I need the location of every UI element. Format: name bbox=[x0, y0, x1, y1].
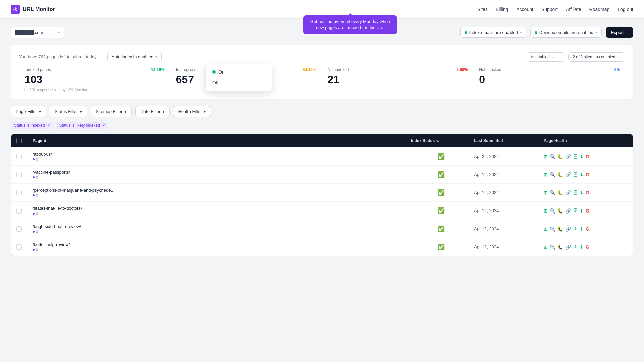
row-url[interactable]: /perceptions-of-marijuana-and-psychede..… bbox=[33, 188, 408, 193]
row-checkbox[interactable] bbox=[16, 244, 22, 250]
health-bug-icon[interactable]: 🐛 bbox=[557, 208, 563, 214]
health-link-icon[interactable]: 🔗 bbox=[565, 208, 571, 214]
health-download-icon[interactable]: ⬇ bbox=[580, 226, 584, 232]
date-filter-btn[interactable]: Date Filter ▾ bbox=[135, 106, 170, 117]
deindex-email-label: Deindex emails are enabled bbox=[539, 30, 593, 35]
col-last-submitted[interactable]: Last Submitted ↓ bbox=[474, 138, 541, 143]
main-content: ██████.com ▾ Index emails are enabled ▾ … bbox=[0, 19, 644, 264]
date-filter-chevron: ▾ bbox=[162, 109, 165, 114]
health-download-icon[interactable]: ⬇ bbox=[580, 190, 584, 195]
stat-notchecked-value: 0 bbox=[479, 73, 620, 86]
row-checkbox-cell bbox=[16, 172, 30, 177]
health-link-icon[interactable]: 🔗 bbox=[565, 154, 571, 159]
row-index-status: ✅ bbox=[411, 225, 471, 233]
health-google-icon[interactable]: G bbox=[586, 226, 589, 232]
chip-sitemaps[interactable]: 2 of 2 sitemaps enabled → bbox=[568, 52, 625, 62]
site-selector[interactable]: ██████.com ▾ bbox=[11, 27, 64, 38]
health-download-icon[interactable]: ⬇ bbox=[580, 208, 584, 214]
table-body: /about-us/ 0 ✅ Apr 22, 2024 ⊞ 🔍 🐛 🔗 🗄 ⬇ … bbox=[11, 147, 633, 256]
export-button[interactable]: Export ↑ bbox=[606, 27, 633, 38]
health-stack-icon[interactable]: 🗄 bbox=[573, 226, 578, 232]
health-stack-icon[interactable]: 🗄 bbox=[573, 154, 578, 159]
dropdown-off-item[interactable]: Off bbox=[208, 77, 269, 88]
row-url[interactable]: /about-us/ bbox=[33, 152, 408, 157]
health-link-icon[interactable]: 🔗 bbox=[565, 172, 571, 177]
col-page[interactable]: Page ⇅ bbox=[33, 138, 408, 143]
col-page-health[interactable]: Page Health bbox=[544, 138, 628, 143]
health-download-icon[interactable]: ⬇ bbox=[580, 154, 584, 159]
health-stack-icon[interactable]: 🗄 bbox=[573, 244, 578, 250]
health-filter-btn[interactable]: Health Filter ▾ bbox=[173, 106, 211, 117]
deindex-email-btn[interactable]: Deindex emails are enabled ▾ bbox=[530, 27, 602, 38]
row-sub: 0 bbox=[33, 193, 408, 197]
table-row: /about-us/ 0 ✅ Apr 22, 2024 ⊞ 🔍 🐛 🔗 🗄 ⬇ … bbox=[11, 147, 633, 166]
site-selector-chevron: ▾ bbox=[58, 30, 60, 35]
health-sitemap-icon[interactable]: ⊞ bbox=[544, 226, 548, 232]
row-sub-count: 0 bbox=[36, 193, 38, 197]
health-google-icon[interactable]: G bbox=[586, 154, 589, 159]
health-bug-icon[interactable]: 🐛 bbox=[557, 172, 563, 177]
health-download-icon[interactable]: ⬇ bbox=[580, 172, 584, 177]
sitemap-filter-btn[interactable]: Sitemap Filter ▾ bbox=[91, 106, 132, 117]
row-checkbox[interactable] bbox=[16, 190, 22, 195]
health-google-icon[interactable]: G bbox=[586, 190, 589, 195]
table-row: /brightside-health-review/ 0 ✅ Apr 12, 2… bbox=[11, 220, 633, 238]
nav-roadmap[interactable]: Roadmap bbox=[589, 7, 610, 12]
nav-account[interactable]: Account bbox=[516, 7, 533, 12]
health-link-icon[interactable]: 🔗 bbox=[565, 226, 571, 232]
health-sitemap-icon[interactable]: ⊞ bbox=[544, 154, 548, 159]
index-email-btn[interactable]: Index emails are enabled ▾ bbox=[460, 27, 526, 38]
health-search-icon[interactable]: 🔍 bbox=[550, 226, 555, 232]
health-download-icon[interactable]: ⬇ bbox=[580, 244, 584, 250]
health-sitemap-icon[interactable]: ⊞ bbox=[544, 172, 548, 177]
row-checkbox[interactable] bbox=[16, 172, 22, 177]
nav-sites[interactable]: Sites bbox=[477, 7, 488, 12]
health-search-icon[interactable]: 🔍 bbox=[550, 244, 555, 250]
row-url[interactable]: /states-that-lie-to-doctors/ bbox=[33, 206, 408, 211]
health-bug-icon[interactable]: 🐛 bbox=[557, 226, 563, 232]
nav-affiliate[interactable]: Affiliate bbox=[566, 7, 581, 12]
row-url[interactable]: /better-help-review/ bbox=[33, 242, 408, 247]
health-sitemap-icon[interactable]: ⊞ bbox=[544, 208, 548, 214]
row-checkbox[interactable] bbox=[16, 208, 22, 214]
nav-support[interactable]: Support bbox=[541, 7, 558, 12]
health-bug-icon[interactable]: 🐛 bbox=[557, 244, 563, 250]
active-filter-0-remove[interactable]: × bbox=[47, 123, 50, 128]
health-sitemap-icon[interactable]: ⊞ bbox=[544, 190, 548, 195]
health-search-icon[interactable]: 🔍 bbox=[550, 172, 555, 177]
dropdown-on-item[interactable]: On bbox=[208, 67, 269, 77]
health-search-icon[interactable]: 🔍 bbox=[550, 154, 555, 159]
health-bug-icon[interactable]: 🐛 bbox=[557, 190, 563, 195]
status-filter-chevron: ▾ bbox=[80, 109, 82, 114]
stat-indexed-label: Indexed pages 13.19% bbox=[24, 67, 165, 72]
page-filter-btn[interactable]: Page Filter ▾ bbox=[11, 106, 46, 117]
row-url[interactable]: /brightside-health-review/ bbox=[33, 224, 408, 229]
health-stack-icon[interactable]: 🗄 bbox=[573, 172, 578, 177]
nav-logout[interactable]: Log out bbox=[618, 7, 633, 12]
health-link-icon[interactable]: 🔗 bbox=[565, 244, 571, 250]
health-sitemap-icon[interactable]: ⊞ bbox=[544, 244, 548, 250]
health-google-icon[interactable]: G bbox=[586, 172, 589, 177]
active-filter-1-label: Status is likely indexed bbox=[59, 123, 100, 128]
health-google-icon[interactable]: G bbox=[586, 208, 589, 214]
active-filter-1-remove[interactable]: × bbox=[103, 123, 105, 128]
select-all-checkbox[interactable] bbox=[16, 138, 22, 143]
logo-icon bbox=[11, 5, 20, 14]
nav-billing[interactable]: Billing bbox=[496, 7, 508, 12]
health-link-icon[interactable]: 🔗 bbox=[565, 190, 571, 195]
logo: URL Monitor bbox=[11, 5, 55, 14]
health-stack-icon[interactable]: 🗄 bbox=[573, 190, 578, 195]
col-index-status[interactable]: Index Status ⇅ bbox=[411, 138, 471, 143]
health-bug-icon[interactable]: 🐛 bbox=[557, 154, 563, 159]
row-url[interactable]: /vaccine-passports/ bbox=[33, 170, 408, 175]
status-filter-btn[interactable]: Status Filter ▾ bbox=[50, 106, 87, 117]
health-search-icon[interactable]: 🔍 bbox=[550, 190, 555, 195]
auto-index-btn[interactable]: Auto index is enabled ▾ bbox=[107, 52, 162, 62]
row-checkbox[interactable] bbox=[16, 226, 22, 232]
chip-ts-enabled[interactable]: ts enabled → → bbox=[527, 52, 565, 62]
row-page-health: ⊞ 🔍 🐛 🔗 🗄 ⬇ G bbox=[544, 154, 628, 159]
health-google-icon[interactable]: G bbox=[586, 244, 589, 250]
row-checkbox[interactable] bbox=[16, 154, 22, 159]
health-stack-icon[interactable]: 🗄 bbox=[573, 208, 578, 214]
health-search-icon[interactable]: 🔍 bbox=[550, 208, 555, 214]
